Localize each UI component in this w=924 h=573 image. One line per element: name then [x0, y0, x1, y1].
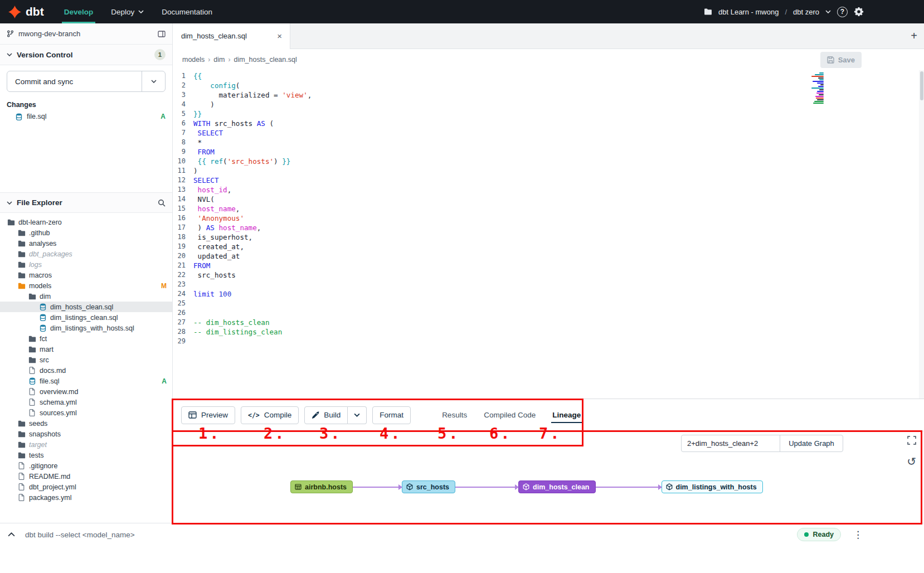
code-line-15[interactable]: 15 host_name, [173, 204, 924, 213]
tree-item-packages.yml[interactable]: packages.yml [0, 492, 172, 503]
tree-item-macros[interactable]: macros [0, 270, 172, 280]
tree-item-docs.md[interactable]: docs.md [0, 365, 172, 376]
search-icon[interactable] [158, 199, 166, 207]
tree-item-logs[interactable]: logs [0, 259, 172, 270]
lineage-node-src_hosts[interactable]: src_hosts [402, 480, 455, 493]
tree-item-target[interactable]: target [0, 439, 172, 450]
code-line-28[interactable]: 28-- dim_listings_clean [173, 327, 924, 337]
tree-item-dim_listings_clean.sql[interactable]: dim_listings_clean.sql [0, 312, 172, 323]
lineage-node-dim_listings_with_hosts[interactable]: dim_listings_with_hosts [662, 480, 763, 493]
tree-item-snapshots[interactable]: snapshots [0, 429, 172, 439]
tree-item-analyses[interactable]: analyses [0, 238, 172, 249]
breadcrumb-dim[interactable]: dim [213, 56, 225, 64]
tree-item-src[interactable]: src [0, 355, 172, 365]
gear-icon[interactable] [854, 7, 864, 17]
tree-item-file.sql[interactable]: file.sqlA [0, 376, 172, 386]
code-line-26[interactable]: 26 [173, 308, 924, 318]
breadcrumb-file[interactable]: dim_hosts_clean.sql [234, 56, 296, 64]
branch-row[interactable]: mwong-dev-branch [0, 23, 172, 45]
code-editor[interactable]: 1{{2 config(3 materialized = 'view',4 )5… [173, 70, 924, 399]
file-explorer-header[interactable]: File Explorer [0, 192, 172, 213]
code-line-7[interactable]: 7 SELECT [173, 128, 924, 138]
tree-item-dim_listings_with_hosts.sql[interactable]: dim_listings_with_hosts.sql [0, 323, 172, 333]
nav-deploy[interactable]: Deploy [102, 0, 153, 23]
close-icon[interactable]: × [277, 31, 282, 41]
account-name[interactable]: dbt Learn - mwong [718, 8, 779, 16]
code-line-14[interactable]: 14 NVL( [173, 195, 924, 204]
tree-item-dbt-learn-zero[interactable]: dbt-learn-zero [0, 217, 172, 227]
tree-item-fct[interactable]: fct [0, 333, 172, 344]
code-line-19[interactable]: 19 created_at, [173, 242, 924, 251]
tree-item-dbt_project.yml[interactable]: dbt_project.yml [0, 482, 172, 492]
code-line-6[interactable]: 6WITH src_hosts AS ( [173, 119, 924, 128]
code-line-17[interactable]: 17 ) AS host_name, [173, 223, 924, 232]
changed-file-row[interactable]: file.sql A [0, 111, 172, 122]
chevron-up-icon[interactable] [8, 532, 15, 537]
tree-item-dim_hosts_clean.sql[interactable]: dim_hosts_clean.sql [0, 302, 172, 312]
tree-item-.github[interactable]: .github [0, 227, 172, 238]
preview-button[interactable]: Preview [181, 406, 235, 424]
tree-item-models[interactable]: modelsM [0, 280, 172, 291]
panel-layout-icon[interactable] [158, 31, 166, 37]
tree-item-tests[interactable]: tests [0, 450, 172, 460]
code-line-23[interactable]: 23 [173, 280, 924, 289]
minimap[interactable] [807, 72, 824, 104]
tree-item-seeds[interactable]: seeds [0, 418, 172, 429]
tab-results[interactable]: Results [436, 399, 473, 431]
code-line-18[interactable]: 18 is_superhost, [173, 232, 924, 242]
code-line-8[interactable]: 8 * [173, 138, 924, 147]
chevron-down-icon[interactable] [825, 10, 831, 13]
code-line-5[interactable]: 5}} [173, 109, 924, 119]
code-line-27[interactable]: 27-- dim_hosts_clean [173, 318, 924, 327]
build-button[interactable]: Build [304, 406, 348, 424]
code-line-25[interactable]: 25 [173, 299, 924, 308]
lineage-node-dim_hosts_clean[interactable]: dim_hosts_clean [518, 480, 595, 493]
lineage-selector-input[interactable]: 2+dim_hosts_clean+2 [681, 435, 780, 452]
code-line-24[interactable]: 24limit 100 [173, 289, 924, 299]
code-line-22[interactable]: 22 src_hosts [173, 270, 924, 280]
code-line-13[interactable]: 13 host_id, [173, 185, 924, 195]
fullscreen-icon[interactable] [907, 436, 916, 445]
format-button[interactable]: Format [372, 406, 411, 424]
nav-develop[interactable]: Develop [55, 0, 103, 23]
code-line-12[interactable]: 12SELECT [173, 176, 924, 185]
tab-lineage[interactable]: Lineage [547, 399, 586, 431]
help-icon[interactable]: ? [837, 7, 848, 17]
code-line-10[interactable]: 10 {{ ref('src_hosts') }} [173, 157, 924, 166]
commit-options-chevron[interactable] [142, 71, 165, 91]
code-line-9[interactable]: 9 FROM [173, 147, 924, 157]
code-line-21[interactable]: 21FROM [173, 261, 924, 270]
tree-item-dim[interactable]: dim [0, 291, 172, 302]
build-options-chevron[interactable] [348, 406, 367, 424]
tree-item-sources.yml[interactable]: sources.yml [0, 407, 172, 418]
commit-and-sync-button[interactable]: Commit and sync [7, 71, 166, 92]
tab-dim-hosts-clean[interactable]: dim_hosts_clean.sql × [173, 23, 290, 48]
compile-button[interactable]: </> Compile [241, 406, 299, 424]
version-control-header[interactable]: Version Control 1 [0, 45, 172, 65]
tree-item-README.md[interactable]: README.md [0, 471, 172, 482]
code-line-29[interactable]: 29 [173, 337, 924, 346]
nav-documentation[interactable]: Documentation [153, 0, 221, 23]
scrollbar-thumb[interactable] [920, 71, 923, 100]
lineage-node-airbnb.hosts[interactable]: airbnb.hosts [290, 480, 353, 493]
code-line-20[interactable]: 20 updated_at [173, 251, 924, 261]
dbt-logo[interactable]: dbt [0, 5, 55, 19]
tree-item-.gitignore[interactable]: .gitignore [0, 460, 172, 471]
tree-item-dbt_packages[interactable]: dbt_packages [0, 249, 172, 259]
editor-scrollbar[interactable] [919, 70, 924, 399]
command-input[interactable]: dbt build --select <model_name> [25, 531, 135, 539]
tree-item-schema.yml[interactable]: schema.yml [0, 397, 172, 407]
reset-view-icon[interactable]: ↺ [907, 456, 916, 467]
kebab-menu-icon[interactable]: ⋮ [853, 529, 863, 541]
project-name[interactable]: dbt zero [793, 8, 819, 16]
code-line-16[interactable]: 16 'Anonymous' [173, 213, 924, 223]
breadcrumb-separator: › [208, 56, 210, 64]
new-tab-button[interactable]: + [911, 30, 917, 42]
tree-item-overview.md[interactable]: overview.md [0, 386, 172, 397]
code-line-11[interactable]: 11) [173, 166, 924, 176]
tree-item-mart[interactable]: mart [0, 344, 172, 355]
update-graph-button[interactable]: Update Graph [780, 435, 843, 452]
tab-compiled-code[interactable]: Compiled Code [478, 399, 541, 431]
save-button[interactable]: Save [820, 52, 862, 68]
breadcrumb-models[interactable]: models [182, 56, 205, 64]
